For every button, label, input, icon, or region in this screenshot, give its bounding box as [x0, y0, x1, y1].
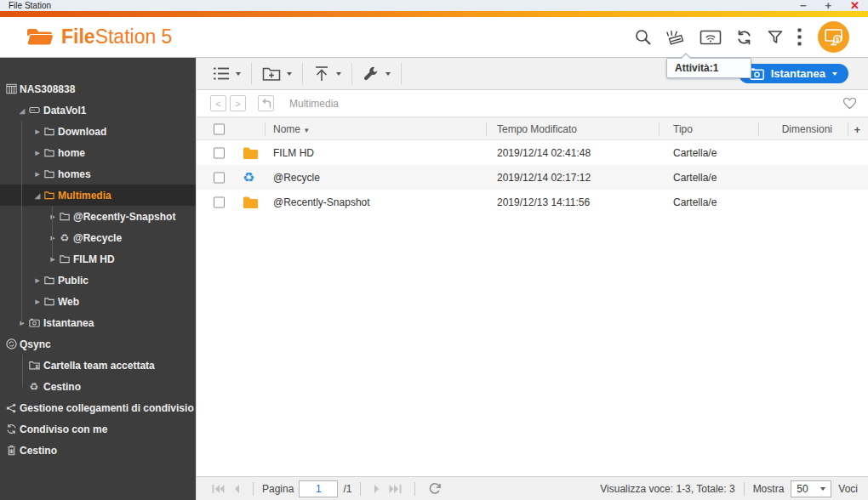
more-menu-icon[interactable] [797, 28, 802, 46]
row-checkbox[interactable] [214, 196, 225, 207]
page-total: /1 [343, 483, 351, 495]
collapse-icon[interactable]: ◢ [32, 191, 43, 199]
sidebar-item-film-hd[interactable]: ▶FILM HD [0, 248, 196, 270]
tools-button[interactable] [357, 63, 397, 85]
app-title: FileStation 5 [61, 26, 172, 48]
folder-icon [43, 146, 55, 160]
chevron-down-icon [832, 72, 837, 76]
row-checkbox[interactable] [214, 147, 225, 158]
expand-icon[interactable]: ▶ [17, 320, 27, 327]
sidebar-item-home[interactable]: ▶home [0, 142, 196, 163]
refresh-list-icon[interactable] [428, 482, 442, 495]
sidebar-item-label: Gestione collegamenti di condivisio [20, 402, 194, 414]
window-title: File Station [9, 0, 800, 11]
accent-gradient-bar [0, 11, 868, 17]
close-icon[interactable]: ✕ [850, 2, 859, 10]
remote-display-icon[interactable] [700, 29, 722, 46]
sidebar-item-datavol1[interactable]: ◢DataVol1 [0, 99, 196, 121]
forward-button[interactable]: > [230, 95, 246, 111]
view-mode-button[interactable] [207, 63, 247, 85]
sidebar-item-label: homes [58, 168, 91, 180]
file-modified-time: 2019/12/14 02:17:12 [497, 172, 591, 184]
column-header-nome[interactable]: Nome ▼ [273, 123, 310, 135]
sidebar-item-recently-snapshot[interactable]: ▶@Recently-Snapshot [0, 206, 196, 227]
sidebar-item-qsync[interactable]: Qsync [0, 333, 196, 355]
sidebar-item-condiviso-con-me[interactable]: Condiviso con me [0, 418, 196, 440]
breadcrumb-path[interactable]: Multimedia [289, 98, 339, 110]
search-icon[interactable] [634, 28, 652, 46]
expand-icon[interactable]: ▶ [48, 213, 58, 220]
tree-guide-line [21, 121, 22, 323]
file-row-recently-snapshot[interactable]: @Recently-Snapshot2019/12/13 14:11:56Car… [197, 190, 868, 214]
user-avatar[interactable]: $ [818, 21, 849, 53]
main-panel: < > Multimedia Nome ▼Tempo ModificatoTip… [196, 58, 868, 500]
back-button[interactable]: < [210, 95, 226, 111]
maximize-icon[interactable]: + [825, 2, 832, 10]
snapshot-button[interactable]: Istantanea [739, 64, 848, 83]
upload-icon [313, 65, 330, 82]
show-label: Mostra [753, 483, 785, 495]
column-header-tempo-modificato[interactable]: Tempo Modificato [497, 123, 577, 135]
table-body: FILM HD2019/12/14 02:41:48Cartella/e♻@Re… [197, 140, 868, 214]
background-tasks-icon[interactable] [665, 28, 686, 47]
expand-icon[interactable]: ▶ [32, 128, 43, 135]
last-page-icon[interactable] [389, 485, 402, 493]
sidebar-item-public[interactable]: ▶Public [0, 270, 196, 291]
upload-button[interactable] [307, 63, 347, 85]
sidebar-item-web[interactable]: ▶Web [0, 291, 196, 312]
folder-icon [59, 253, 71, 266]
sidebar-item-label: FILM HD [73, 253, 115, 265]
first-page-icon[interactable] [212, 485, 225, 493]
collapse-icon[interactable]: ◢ [17, 106, 27, 114]
filter-icon[interactable] [767, 29, 784, 46]
column-header-dimensioni[interactable]: Dimensioni [782, 123, 832, 135]
file-row-recycle[interactable]: ♻@Recycle2019/12/14 02:17:12Cartella/e [197, 165, 868, 190]
file-row-film-hd[interactable]: FILM HD2019/12/14 02:41:48Cartella/e [197, 140, 868, 165]
sidebar-item-download[interactable]: ▶Download [0, 121, 196, 142]
camera-icon [750, 68, 764, 80]
list-view-icon [213, 66, 230, 81]
refresh-icon[interactable] [735, 29, 753, 46]
sidebar-item-istantanea[interactable]: ▶Istantanea [0, 312, 196, 333]
sidebar-item-gestione-collegamenti-di-condivisio[interactable]: Gestione collegamenti di condivisio [0, 397, 196, 418]
expand-icon[interactable]: ▶ [32, 298, 43, 305]
prev-page-icon[interactable] [233, 485, 240, 493]
page-size-select[interactable]: 50 [791, 480, 831, 497]
sidebar-item-label: Cestino [20, 445, 57, 457]
sidebar-item-nas308838[interactable]: NAS308838 [0, 78, 196, 99]
items-label: Voci [838, 483, 858, 495]
tree-guide-line [52, 206, 53, 259]
page-input[interactable] [299, 480, 338, 497]
team-folder-icon [28, 359, 40, 372]
sidebar-item-homes[interactable]: ▶homes [0, 163, 196, 185]
expand-icon[interactable]: ▶ [32, 171, 43, 178]
sidebar-item-cartella-team-accettata[interactable]: Cartella team accettata [0, 355, 196, 376]
sidebar-item-recycle[interactable]: ▶♻@Recycle [0, 227, 196, 248]
volume-icon [28, 104, 40, 117]
sidebar-item-label: Cestino [43, 381, 81, 393]
file-list-empty-area[interactable] [197, 214, 868, 476]
next-page-icon[interactable] [374, 485, 380, 493]
select-all-checkbox[interactable] [214, 123, 225, 134]
favorite-icon[interactable] [842, 97, 857, 110]
minimize-icon[interactable]: − [800, 2, 807, 10]
new-folder-button[interactable] [256, 63, 298, 85]
sidebar-item-label: Istantanea [43, 317, 94, 329]
expand-icon[interactable]: ▶ [32, 150, 43, 156]
chevron-down-icon [820, 487, 825, 491]
expand-icon[interactable]: ▶ [48, 235, 58, 241]
column-header-tipo[interactable]: Tipo [673, 123, 693, 135]
sidebar-item-cestino[interactable]: ♻Cestino [0, 376, 196, 397]
file-modified-time: 2019/12/13 14:11:56 [497, 196, 590, 208]
window-titlebar: File Station − + ✕ [0, 0, 868, 11]
expand-icon[interactable]: ▶ [32, 277, 43, 284]
expand-icon[interactable]: ▶ [48, 256, 58, 263]
page-label: Pagina [262, 483, 294, 495]
sidebar-item-cestino[interactable]: Cestino [0, 440, 196, 461]
column-divider [848, 122, 848, 136]
sidebar-item-multimedia[interactable]: ◢Multimedia [0, 185, 196, 206]
file-name: @Recently-Snapshot [273, 196, 370, 208]
up-button[interactable] [258, 95, 274, 111]
add-column-button[interactable]: + [854, 122, 860, 135]
row-checkbox[interactable] [214, 172, 225, 183]
